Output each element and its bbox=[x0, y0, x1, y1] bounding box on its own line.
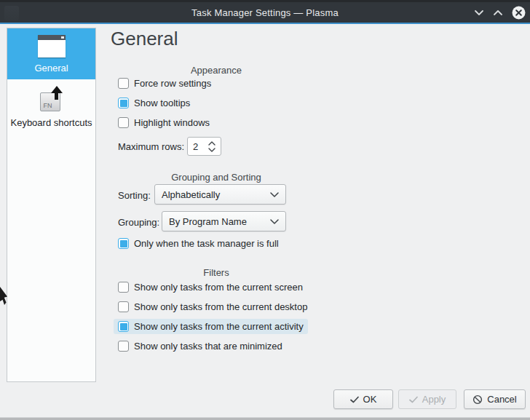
checkbox-row-show-tooltips[interactable]: Show tooltips bbox=[114, 95, 194, 111]
check-icon bbox=[350, 396, 359, 403]
sidebar-item-general[interactable]: General bbox=[7, 28, 95, 79]
window-controls bbox=[474, 2, 526, 23]
section-heading-grouping-sorting: Grouping and Sorting bbox=[111, 172, 322, 183]
section-heading-filters: Filters bbox=[111, 267, 322, 278]
checkbox-row-minimized[interactable]: Show only tasks that are minimized bbox=[114, 338, 287, 354]
checkbox[interactable] bbox=[118, 238, 129, 249]
chevron-down-icon bbox=[270, 192, 279, 198]
checkbox[interactable] bbox=[118, 341, 129, 352]
checkbox[interactable] bbox=[118, 282, 129, 293]
page-title: General bbox=[111, 28, 178, 50]
chevron-down-icon bbox=[474, 9, 484, 16]
sorting-dropdown[interactable]: Alphabetically bbox=[154, 184, 286, 205]
checkbox-label: Show tooltips bbox=[134, 98, 190, 108]
chevron-up-icon bbox=[493, 9, 503, 16]
grouping-dropdown-value: By Program Name bbox=[169, 216, 247, 227]
checkbox-row-current-activity[interactable]: Show only tasks from the current activit… bbox=[114, 319, 308, 334]
maximize-button[interactable] bbox=[493, 9, 503, 16]
window-icon bbox=[38, 35, 66, 58]
sorting-dropdown-value: Alphabetically bbox=[162, 189, 220, 200]
spinner-down-icon[interactable] bbox=[208, 148, 215, 152]
cancel-button[interactable]: Cancel bbox=[464, 389, 526, 409]
slashed-circle-icon bbox=[472, 395, 483, 405]
window-bottom-edge bbox=[0, 417, 530, 420]
sidebar-item-label: Keyboard shortcuts bbox=[10, 117, 92, 128]
checkbox-row-highlight-windows[interactable]: Highlight windows bbox=[114, 115, 214, 130]
sidebar-item-keyboard-shortcuts[interactable]: FN Keyboard shortcuts bbox=[7, 79, 95, 128]
ok-button[interactable]: OK bbox=[333, 389, 393, 409]
max-rows-spinner[interactable]: 2 bbox=[187, 137, 221, 156]
sidebar-item-label: General bbox=[34, 63, 68, 74]
circle-x-icon bbox=[512, 6, 526, 20]
cancel-button-label: Cancel bbox=[487, 394, 516, 405]
checkbox-label: Show only tasks from the current screen bbox=[134, 282, 303, 293]
spinner-up-icon[interactable] bbox=[208, 141, 215, 146]
checkbox[interactable] bbox=[118, 98, 129, 108]
checkbox-row-current-screen[interactable]: Show only tasks from the current screen bbox=[114, 280, 307, 295]
titlebar-accent-line bbox=[0, 23, 530, 24]
checkbox-label: Show only tasks from the current activit… bbox=[134, 321, 304, 332]
checkbox-row-force-row-settings[interactable]: Force row settings bbox=[114, 76, 215, 91]
fn-key-text: FN bbox=[44, 102, 52, 109]
window-title: Task Manager Settings — Plasma bbox=[191, 7, 339, 18]
fn-key-icon: FN bbox=[39, 86, 65, 112]
grouping-dropdown[interactable]: By Program Name bbox=[162, 211, 286, 231]
checkbox-label: Only when the task manager is full bbox=[134, 238, 279, 249]
checkbox[interactable] bbox=[118, 117, 129, 128]
checkbox[interactable] bbox=[118, 301, 129, 312]
checkbox-row-current-desktop[interactable]: Show only tasks from the current desktop bbox=[114, 299, 312, 314]
checkbox-label: Show only tasks that are minimized bbox=[134, 341, 282, 352]
window-menu-icon[interactable] bbox=[4, 6, 19, 20]
grouping-label: Grouping: bbox=[118, 217, 159, 228]
checkbox-label: Force row settings bbox=[134, 78, 211, 89]
sidebar: General FN Keyboard shortcuts bbox=[7, 28, 96, 382]
titlebar[interactable]: Task Manager Settings — Plasma bbox=[0, 0, 530, 23]
ok-button-label: OK bbox=[363, 394, 377, 405]
close-button[interactable] bbox=[512, 6, 526, 20]
max-rows-label: Maximum rows: bbox=[118, 141, 184, 152]
checkbox[interactable] bbox=[118, 321, 129, 332]
minimize-button[interactable] bbox=[474, 9, 484, 16]
max-rows-value[interactable]: 2 bbox=[188, 141, 208, 152]
sorting-label: Sorting: bbox=[118, 190, 151, 201]
checkbox[interactable] bbox=[118, 78, 129, 89]
chevron-down-icon bbox=[270, 219, 279, 225]
apply-button-label: Apply bbox=[422, 394, 446, 405]
checkbox-label: Highlight windows bbox=[134, 117, 210, 128]
section-heading-appearance: Appearance bbox=[111, 65, 322, 76]
check-icon bbox=[409, 396, 418, 403]
checkbox-row-only-when-full[interactable]: Only when the task manager is full bbox=[114, 236, 283, 251]
apply-button[interactable]: Apply bbox=[398, 389, 456, 409]
checkbox-label: Show only tasks from the current desktop bbox=[134, 301, 307, 312]
task-manager-settings-window: Task Manager Settings — Plasma General bbox=[0, 0, 530, 420]
